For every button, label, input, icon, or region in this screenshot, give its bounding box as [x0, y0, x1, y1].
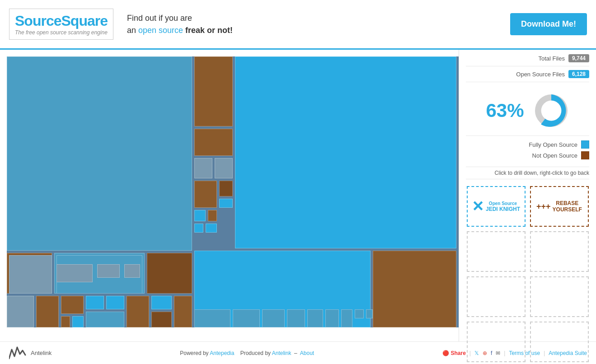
- antelink-link[interactable]: Antelink: [272, 350, 291, 356]
- treemap-block[interactable]: [235, 56, 456, 248]
- empty-badge-2: [530, 231, 589, 272]
- right-panel: Total Files 9,744 Open Source Files 6,12…: [459, 50, 596, 341]
- pie-chart: [533, 93, 569, 129]
- empty-badge-5: [467, 322, 526, 362]
- treemap-block[interactable]: [194, 224, 203, 233]
- open-source-files-row: Open Source Files 6,128: [466, 70, 589, 82]
- empty-badge-3: [467, 276, 526, 317]
- treemap-block[interactable]: [355, 309, 364, 318]
- legend-section: Fully Open Source Not Open Source: [466, 136, 589, 167]
- main-content: Total Files 9,744 Open Source Files 6,12…: [0, 50, 596, 341]
- share-link[interactable]: 🔴 Share: [442, 350, 466, 356]
- treemap-block[interactable]: [307, 309, 323, 327]
- treemap-block[interactable]: [151, 312, 172, 327]
- legend-not-open-source: Not Open Source: [466, 151, 589, 159]
- treemap-block[interactable]: [325, 309, 339, 327]
- svg-point-1: [541, 101, 561, 121]
- treemap-block[interactable]: [373, 251, 456, 327]
- open-source-files-value: 6,128: [568, 70, 589, 78]
- about-link[interactable]: About: [300, 350, 314, 356]
- total-files-value: 9,744: [568, 54, 589, 62]
- treemap-block[interactable]: [341, 309, 352, 327]
- treemap-block[interactable]: [233, 309, 260, 327]
- empty-badge-6: [530, 322, 589, 362]
- legend-open-source-label: Fully Open Source: [529, 141, 577, 148]
- treemap-block[interactable]: [86, 296, 104, 309]
- treemap[interactable]: [7, 56, 459, 327]
- percentage-display: 63%: [486, 100, 524, 121]
- drill-instruction: Click to drill down, right-click to go b…: [466, 167, 589, 179]
- share-icon: 🔴: [442, 350, 449, 356]
- logo: SourceSquare: [15, 13, 108, 29]
- share-label: Share: [451, 350, 465, 356]
- treemap-block[interactable]: [36, 296, 59, 327]
- treemap-block[interactable]: [86, 312, 124, 327]
- antepedia-link[interactable]: Antepedia: [210, 350, 234, 356]
- footer-center: Powered by Antepedia Produced by Antelin…: [180, 350, 314, 356]
- treemap-block[interactable]: [56, 264, 93, 282]
- treemap-block[interactable]: [7, 296, 34, 327]
- produced-by-label: Produced by: [240, 350, 271, 356]
- powered-by-label: Powered by: [180, 350, 208, 356]
- open-source-link[interactable]: open source: [138, 26, 183, 35]
- treemap-block[interactable]: [219, 199, 233, 208]
- page-header: SourceSquare The free open source scanni…: [0, 0, 596, 50]
- tagline-suffix: freak or not!: [183, 26, 233, 35]
- logo-subtitle: The free open source scanning engine: [15, 29, 108, 36]
- footer-left: Antelink: [9, 345, 52, 361]
- treemap-block[interactable]: [194, 309, 230, 327]
- tagline: Find out if you are an open source freak…: [122, 12, 510, 37]
- badges-area: ✕ Open Source JEDI KNIGHT +++ REBASE YOU…: [466, 184, 589, 364]
- logo-area: SourceSquare The free open source scanni…: [9, 9, 113, 40]
- logo-blue: Square: [61, 13, 107, 29]
- treemap-block[interactable]: [127, 296, 149, 327]
- treemap-block[interactable]: [262, 309, 285, 327]
- treemap-block[interactable]: [366, 309, 373, 318]
- jedi-knight-badge[interactable]: ✕ Open Source JEDI KNIGHT: [467, 186, 526, 227]
- treemap-block[interactable]: [194, 181, 217, 208]
- treemap-block[interactable]: [174, 296, 192, 327]
- percent-pie-section: 63%: [466, 86, 589, 136]
- empty-badge-4: [530, 276, 589, 317]
- legend-open-source: Fully Open Source: [466, 140, 589, 149]
- treemap-block[interactable]: [7, 56, 192, 251]
- legend-color-brown: [581, 151, 589, 159]
- total-files-label: Total Files: [538, 55, 565, 62]
- legend-not-open-source-label: Not Open Source: [532, 152, 577, 159]
- treemap-block[interactable]: [106, 296, 124, 309]
- treemap-block[interactable]: [61, 316, 70, 327]
- logo-black: Source: [15, 13, 61, 29]
- treemap-block[interactable]: [194, 129, 233, 156]
- treemap-block[interactable]: [194, 210, 206, 221]
- treemap-block[interactable]: [9, 255, 52, 294]
- treemap-block[interactable]: [61, 296, 84, 314]
- treemap-block[interactable]: [206, 224, 217, 233]
- treemap-block[interactable]: [208, 210, 217, 221]
- legend-color-blue: [581, 140, 589, 149]
- tagline-prefix: an: [127, 26, 138, 35]
- treemap-block[interactable]: [151, 296, 172, 309]
- treemap-block[interactable]: [72, 316, 84, 327]
- treemap-block[interactable]: [287, 309, 305, 327]
- treemap-block[interactable]: [194, 56, 233, 126]
- antelink-logo-icon: [9, 345, 27, 361]
- treemap-block[interactable]: [194, 158, 212, 178]
- treemap-block[interactable]: [97, 264, 120, 278]
- empty-badge-1: [467, 231, 526, 272]
- antelink-name: Antelink: [31, 350, 52, 356]
- total-files-row: Total Files 9,744: [466, 54, 589, 66]
- download-button[interactable]: Download Me!: [510, 13, 587, 35]
- treemap-block[interactable]: [124, 264, 140, 278]
- treemap-block[interactable]: [147, 253, 192, 294]
- open-source-files-label: Open Source Files: [516, 71, 565, 78]
- tagline-line1: Find out if you are: [127, 14, 192, 23]
- treemap-block[interactable]: [219, 181, 233, 196]
- rebase-yourself-badge[interactable]: +++ REBASE YOURSELF: [530, 186, 589, 227]
- treemap-block[interactable]: [215, 158, 233, 178]
